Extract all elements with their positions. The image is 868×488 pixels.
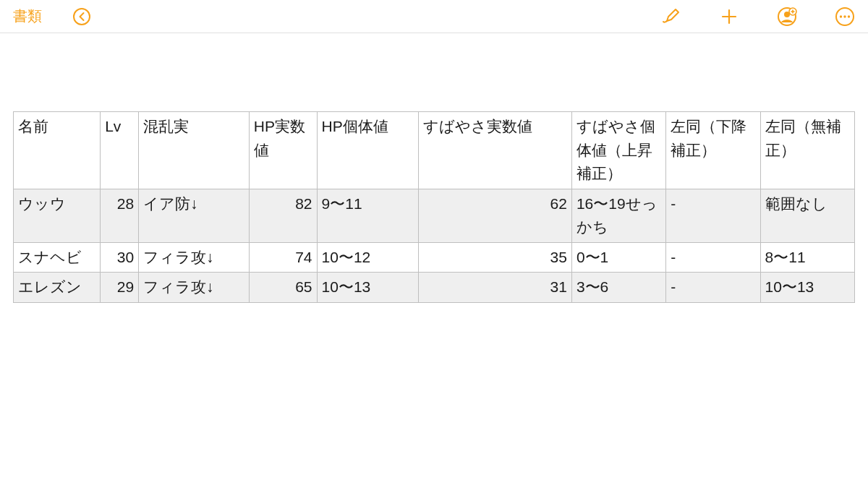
cell-berry[interactable]: フィラ攻↓ bbox=[139, 242, 250, 273]
cell-speed-iv-up[interactable]: 16〜19せっかち bbox=[571, 189, 665, 242]
paintbrush-icon bbox=[661, 7, 681, 27]
cell-hp-actual[interactable]: 65 bbox=[249, 273, 317, 303]
plus-icon bbox=[719, 7, 739, 27]
col-speed-iv-none[interactable]: 左同（無補正） bbox=[760, 112, 854, 189]
more-icon bbox=[835, 7, 855, 27]
cell-hp-iv[interactable]: 10〜12 bbox=[317, 242, 419, 273]
cell-speed-iv-down[interactable]: - bbox=[666, 242, 760, 273]
more-button[interactable] bbox=[835, 7, 855, 27]
format-button[interactable] bbox=[661, 7, 681, 27]
document-content: 名前 Lv 混乱実 HP実数値 HP個体値 すばやさ実数値 すばやさ個体値（上昇… bbox=[0, 33, 868, 303]
cell-name[interactable]: エレズン bbox=[14, 273, 101, 303]
back-button[interactable]: 書類 bbox=[13, 7, 42, 26]
data-table[interactable]: 名前 Lv 混乱実 HP実数値 HP個体値 すばやさ実数値 すばやさ個体値（上昇… bbox=[13, 111, 855, 303]
table-row[interactable]: ウッウ 28 イア防↓ 82 9〜11 62 16〜19せっかち - 範囲なし bbox=[14, 189, 855, 242]
cell-berry[interactable]: フィラ攻↓ bbox=[139, 273, 250, 303]
svg-point-9 bbox=[840, 15, 842, 17]
toolbar: 書類 bbox=[0, 0, 868, 33]
cell-speed-iv-none[interactable]: 10〜13 bbox=[760, 273, 854, 303]
cell-lv[interactable]: 28 bbox=[101, 189, 139, 242]
svg-point-0 bbox=[74, 9, 90, 25]
cell-hp-actual[interactable]: 74 bbox=[249, 242, 317, 273]
cell-name[interactable]: ウッウ bbox=[14, 189, 101, 242]
col-hp-iv[interactable]: HP個体値 bbox=[317, 112, 419, 189]
cell-speed-iv-down[interactable]: - bbox=[666, 273, 760, 303]
cell-speed-actual[interactable]: 31 bbox=[419, 273, 572, 303]
cell-speed-iv-none[interactable]: 8〜11 bbox=[760, 242, 854, 273]
col-speed-actual[interactable]: すばやさ実数値 bbox=[419, 112, 572, 189]
col-lv[interactable]: Lv bbox=[101, 112, 139, 189]
cell-speed-iv-none[interactable]: 範囲なし bbox=[760, 189, 854, 242]
cell-lv[interactable]: 30 bbox=[101, 242, 139, 273]
add-button[interactable] bbox=[719, 7, 739, 27]
undo-icon bbox=[72, 7, 91, 26]
toolbar-left: 書類 bbox=[13, 7, 91, 26]
col-name[interactable]: 名前 bbox=[14, 112, 101, 189]
add-person-icon bbox=[777, 7, 797, 27]
svg-point-10 bbox=[843, 15, 846, 17]
table-body: ウッウ 28 イア防↓ 82 9〜11 62 16〜19せっかち - 範囲なし … bbox=[14, 189, 855, 302]
table-row[interactable]: スナヘビ 30 フィラ攻↓ 74 10〜12 35 0〜1 - 8〜11 bbox=[14, 242, 855, 273]
col-speed-iv-up[interactable]: すばやさ個体値（上昇補正） bbox=[571, 112, 665, 189]
cell-berry[interactable]: イア防↓ bbox=[139, 189, 250, 242]
cell-hp-iv[interactable]: 10〜13 bbox=[317, 273, 419, 303]
cell-name[interactable]: スナヘビ bbox=[14, 242, 101, 273]
cell-speed-actual[interactable]: 35 bbox=[419, 242, 572, 273]
cell-lv[interactable]: 29 bbox=[101, 273, 139, 303]
cell-speed-iv-up[interactable]: 3〜6 bbox=[571, 273, 665, 303]
cell-hp-iv[interactable]: 9〜11 bbox=[317, 189, 419, 242]
table-row[interactable]: エレズン 29 フィラ攻↓ 65 10〜13 31 3〜6 - 10〜13 bbox=[14, 273, 855, 303]
table-header-row: 名前 Lv 混乱実 HP実数値 HP個体値 すばやさ実数値 すばやさ個体値（上昇… bbox=[14, 112, 855, 189]
share-button[interactable] bbox=[777, 7, 797, 27]
col-speed-iv-down[interactable]: 左同（下降補正） bbox=[666, 112, 760, 189]
svg-point-11 bbox=[848, 15, 850, 17]
cell-speed-actual[interactable]: 62 bbox=[419, 189, 572, 242]
cell-speed-iv-up[interactable]: 0〜1 bbox=[571, 242, 665, 273]
col-hp-actual[interactable]: HP実数値 bbox=[249, 112, 317, 189]
col-berry[interactable]: 混乱実 bbox=[139, 112, 250, 189]
cell-speed-iv-down[interactable]: - bbox=[666, 189, 760, 242]
toolbar-right bbox=[661, 7, 855, 27]
undo-button[interactable] bbox=[72, 7, 91, 26]
cell-hp-actual[interactable]: 82 bbox=[249, 189, 317, 242]
